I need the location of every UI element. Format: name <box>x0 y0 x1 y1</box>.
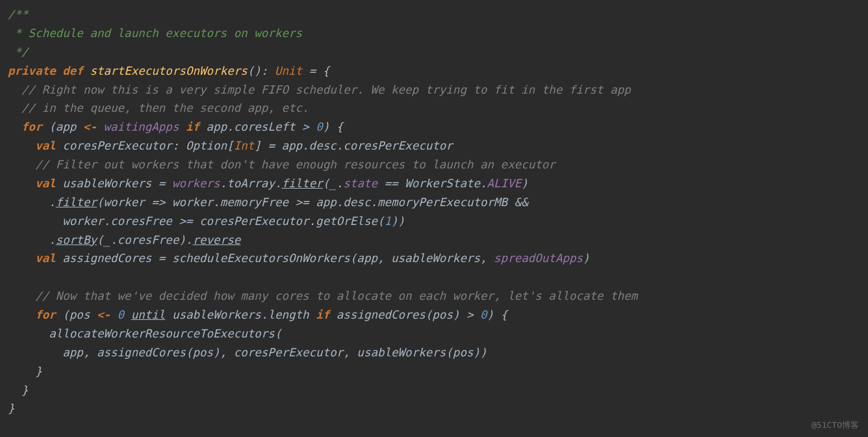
identifier-workers: workers <box>172 177 220 190</box>
code-text: ) <box>583 252 590 265</box>
arrow-op: <- <box>83 120 97 133</box>
code-text: (app <box>42 120 83 133</box>
code-text: usableWorkers = <box>56 177 172 190</box>
code-text: allocateWorkerResourceToExecutors( <box>49 327 281 340</box>
code-text: ) <box>521 177 528 190</box>
code-text: (_.coresFree). <box>97 233 193 246</box>
method-filter: filter <box>56 196 97 209</box>
code-text: == WorkerState. <box>377 177 487 190</box>
number-literal: 0 <box>480 308 487 321</box>
identifier-alive: ALIVE <box>487 177 522 190</box>
code-text: ) { <box>323 120 344 133</box>
comment-line: // Filter out workers that don't have en… <box>35 158 555 171</box>
code-text: )) <box>391 215 405 228</box>
identifier-state: state <box>343 177 377 190</box>
number-literal: 0 <box>316 120 323 133</box>
method-reverse: reverse <box>193 233 241 246</box>
code-text <box>124 308 131 321</box>
method-sortby: sortBy <box>56 233 97 246</box>
comment-line: // Right now this is a very simple FIFO … <box>21 83 631 96</box>
code-text: coresPerExecutor: Option[ <box>56 139 234 152</box>
code-text: = { <box>302 64 329 77</box>
comment-line: // Now that we've decided how many cores… <box>35 289 637 302</box>
identifier-waitingapps: waitingApps <box>97 120 179 133</box>
brace-close: } <box>21 384 29 397</box>
doc-comment-line: /** <box>8 8 29 21</box>
code-text <box>110 308 118 321</box>
number-literal: 1 <box>384 215 391 228</box>
keyword-val: val <box>35 252 56 265</box>
code-block: /** * Schedule and launch executors on w… <box>8 5 860 418</box>
brace-close: } <box>35 365 42 378</box>
code-text: assignedCores = scheduleExecutorsOnWorke… <box>56 252 494 265</box>
code-text: . <box>49 233 56 246</box>
arrow-op: <- <box>97 308 110 321</box>
method-until: until <box>131 308 166 321</box>
code-text: ) { <box>487 308 508 321</box>
code-text: (worker => worker.memoryFree >= app.desc… <box>97 196 528 209</box>
keyword-def: def <box>62 64 83 77</box>
method-filter: filter <box>281 177 322 190</box>
keyword-val: val <box>35 139 56 152</box>
doc-comment-line: * Schedule and launch executors on worke… <box>8 27 302 40</box>
code-text: app.coresLeft > <box>199 120 316 133</box>
code-text: (pos <box>56 308 97 321</box>
type-int: Int <box>234 139 255 152</box>
code-text: usableWorkers.length <box>165 308 316 321</box>
keyword-if: if <box>179 120 199 133</box>
number-literal: 0 <box>118 308 125 321</box>
code-text: app, assignedCores(pos), coresPerExecuto… <box>62 346 487 359</box>
keyword-if: if <box>316 308 329 321</box>
code-text: assignedCores(pos) > <box>329 308 480 321</box>
function-name: startExecutorsOnWorkers <box>90 64 247 77</box>
doc-comment-line: */ <box>8 46 29 59</box>
brace-close: } <box>8 402 15 415</box>
comment-line: // in the queue, then the second app, et… <box>21 101 309 114</box>
code-text: worker.coresFree >= coresPerExecutor.get… <box>62 215 384 228</box>
keyword-for: for <box>35 308 56 321</box>
type-unit: Unit <box>275 64 302 77</box>
code-text: .toArray. <box>220 177 282 190</box>
code-text: (): <box>248 64 275 77</box>
code-text: . <box>49 196 56 209</box>
keyword-for: for <box>21 120 42 133</box>
identifier-spreadoutapps: spreadOutApps <box>494 252 583 265</box>
code-text: ] = app.desc.coresPerExecutor <box>254 139 453 152</box>
watermark: @51CTO博客 <box>811 418 859 432</box>
keyword-val: val <box>35 177 56 190</box>
code-text: (_. <box>323 177 344 190</box>
keyword-private: private <box>8 64 56 77</box>
